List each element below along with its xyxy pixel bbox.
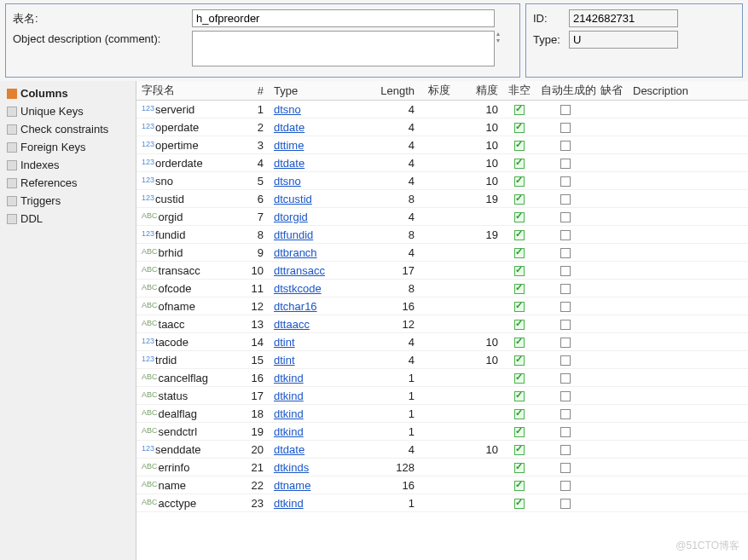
- table-row[interactable]: ABCofname12dtchar1616: [136, 297, 748, 315]
- not-null-checkbox[interactable]: [514, 463, 525, 473]
- auto-checkbox[interactable]: [560, 176, 571, 187]
- table-row[interactable]: ABCdealflag18dtkind1: [136, 405, 748, 423]
- table-row[interactable]: ABCerrinfo21dtkinds128: [136, 459, 748, 476]
- auto-checkbox[interactable]: [560, 481, 571, 491]
- sidebar-item-references[interactable]: References: [0, 174, 136, 192]
- type-link[interactable]: dtkind: [274, 407, 304, 420]
- sidebar-item-foreign-keys[interactable]: Foreign Keys: [0, 138, 136, 156]
- type-link[interactable]: dtkinds: [274, 461, 309, 474]
- table-row[interactable]: 123operdate2dtdate410: [136, 118, 748, 136]
- column-header-type[interactable]: Type: [269, 81, 373, 101]
- type-link[interactable]: dtint: [274, 354, 295, 367]
- not-null-checkbox[interactable]: [514, 105, 525, 115]
- not-null-checkbox[interactable]: [514, 212, 525, 222]
- not-null-checkbox[interactable]: [514, 391, 525, 401]
- type-link[interactable]: dtdate: [274, 443, 304, 456]
- table-row[interactable]: 123custid6dtcustid819: [136, 190, 748, 208]
- type-link[interactable]: dtsno: [274, 103, 301, 116]
- sidebar-item-ddl[interactable]: DDL: [0, 210, 136, 228]
- not-null-checkbox[interactable]: [514, 481, 525, 491]
- not-null-checkbox[interactable]: [514, 284, 525, 294]
- type-link[interactable]: dtkind: [274, 372, 304, 384]
- column-header-default[interactable]: 缺省: [595, 81, 628, 101]
- table-row[interactable]: ABCcancelflag16dtkind1: [136, 369, 748, 387]
- column-header-auto[interactable]: 自动生成的: [536, 81, 595, 101]
- type-link[interactable]: dtfundid: [274, 228, 313, 241]
- auto-checkbox[interactable]: [560, 355, 571, 366]
- auto-checkbox[interactable]: [560, 212, 571, 222]
- type-link[interactable]: dtkind: [274, 497, 304, 510]
- table-row[interactable]: 123senddate20dtdate410: [136, 441, 748, 459]
- auto-checkbox[interactable]: [560, 391, 571, 401]
- not-null-checkbox[interactable]: [514, 176, 525, 187]
- column-header-precision[interactable]: 精度: [455, 81, 503, 101]
- auto-checkbox[interactable]: [560, 159, 571, 169]
- column-header-length[interactable]: Length: [373, 81, 420, 101]
- not-null-checkbox[interactable]: [514, 302, 525, 312]
- type-link[interactable]: dtbranch: [274, 246, 317, 259]
- column-header-num[interactable]: #: [243, 81, 269, 101]
- type-link[interactable]: dtdate: [274, 157, 304, 170]
- table-row[interactable]: 123tacode14dtint410: [136, 333, 748, 351]
- type-link[interactable]: dttransacc: [274, 264, 325, 277]
- table-row[interactable]: ABCorgid7dtorgid4: [136, 208, 748, 226]
- auto-checkbox[interactable]: [560, 194, 571, 205]
- type-link[interactable]: dtkind: [274, 390, 304, 402]
- type-link[interactable]: dtkind: [274, 425, 304, 438]
- table-row[interactable]: 123trdid15dtint410: [136, 351, 748, 369]
- table-row[interactable]: ABCname22dtname16: [136, 476, 748, 494]
- table-row[interactable]: ABCstatus17dtkind1: [136, 387, 748, 405]
- table-row[interactable]: 123sno5dtsno410: [136, 172, 748, 190]
- type-link[interactable]: dttime: [274, 139, 304, 152]
- object-desc-input[interactable]: [192, 31, 495, 66]
- table-row[interactable]: ABCtransacc10dttransacc17: [136, 262, 748, 280]
- sidebar-item-unique-keys[interactable]: Unique Keys: [0, 102, 136, 120]
- auto-checkbox[interactable]: [560, 373, 571, 384]
- type-link[interactable]: dtchar16: [274, 300, 317, 313]
- auto-checkbox[interactable]: [560, 230, 571, 240]
- type-link[interactable]: dtstkcode: [274, 282, 322, 295]
- not-null-checkbox[interactable]: [514, 123, 525, 133]
- not-null-checkbox[interactable]: [514, 141, 525, 151]
- not-null-checkbox[interactable]: [514, 248, 525, 258]
- sidebar-item-columns[interactable]: Columns: [0, 84, 136, 102]
- not-null-checkbox[interactable]: [514, 355, 525, 366]
- auto-checkbox[interactable]: [560, 463, 571, 473]
- column-header-name[interactable]: 字段名: [136, 81, 243, 101]
- sidebar-item-indexes[interactable]: Indexes: [0, 156, 136, 174]
- auto-checkbox[interactable]: [560, 105, 571, 115]
- table-row[interactable]: 123serverid1dtsno410: [136, 101, 748, 118]
- column-header-desc[interactable]: Description: [628, 81, 748, 101]
- not-null-checkbox[interactable]: [514, 230, 525, 240]
- auto-checkbox[interactable]: [560, 320, 571, 330]
- auto-checkbox[interactable]: [560, 338, 571, 348]
- type-link[interactable]: dtint: [274, 336, 295, 349]
- table-row[interactable]: ABCsendctrl19dtkind1: [136, 423, 748, 441]
- type-link[interactable]: dtcustid: [274, 193, 312, 205]
- column-header-scale[interactable]: 标度: [420, 81, 455, 101]
- table-name-input[interactable]: [192, 9, 495, 27]
- not-null-checkbox[interactable]: [514, 373, 525, 384]
- column-header-notnull[interactable]: 非空: [503, 81, 536, 101]
- not-null-checkbox[interactable]: [514, 499, 525, 509]
- auto-checkbox[interactable]: [560, 445, 571, 455]
- auto-checkbox[interactable]: [560, 266, 571, 276]
- not-null-checkbox[interactable]: [514, 427, 525, 437]
- auto-checkbox[interactable]: [560, 409, 571, 419]
- sidebar-item-check-constraints[interactable]: Check constraints: [0, 120, 136, 138]
- table-row[interactable]: ABCofcode11dtstkcode8: [136, 280, 748, 297]
- sidebar-item-triggers[interactable]: Triggers: [0, 192, 136, 210]
- auto-checkbox[interactable]: [560, 248, 571, 258]
- not-null-checkbox[interactable]: [514, 159, 525, 169]
- not-null-checkbox[interactable]: [514, 445, 525, 455]
- table-row[interactable]: ABCtaacc13dttaacc12: [136, 315, 748, 333]
- auto-checkbox[interactable]: [560, 141, 571, 151]
- auto-checkbox[interactable]: [560, 427, 571, 437]
- type-link[interactable]: dtdate: [274, 121, 304, 134]
- textarea-spinner[interactable]: ▴▾: [496, 31, 500, 44]
- auto-checkbox[interactable]: [560, 123, 571, 133]
- table-row[interactable]: ABCacctype23dtkind1: [136, 494, 748, 512]
- type-link[interactable]: dtorgid: [274, 211, 308, 223]
- table-row[interactable]: 123opertime3dttime410: [136, 136, 748, 154]
- not-null-checkbox[interactable]: [514, 338, 525, 348]
